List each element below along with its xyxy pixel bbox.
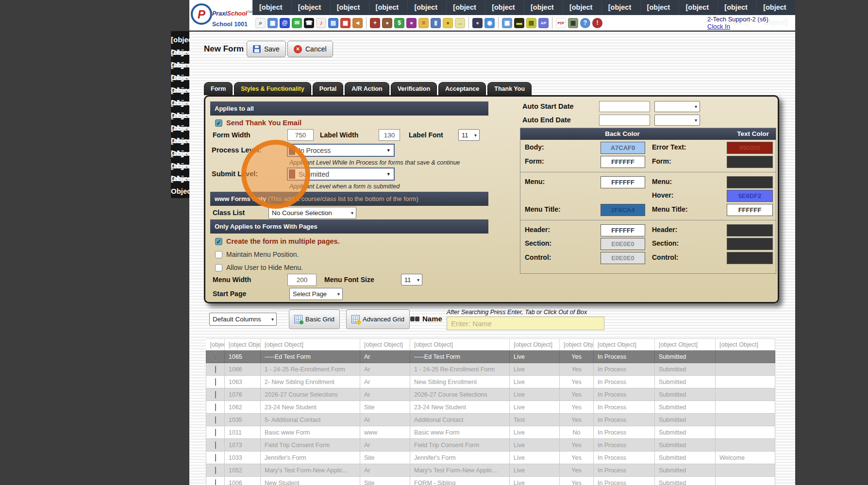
- register-icon[interactable]: ▦: [568, 18, 578, 28]
- text-color-input[interactable]: [727, 156, 773, 168]
- menu-item[interactable]: [object Object]: [756, 0, 795, 15]
- text-color-input[interactable]: [727, 176, 773, 188]
- table-row[interactable]: 1076 2026-27 Course Selections Ar 2026-2…: [206, 388, 775, 401]
- menu-width-input[interactable]: 200: [287, 274, 317, 286]
- lunch-icon[interactable]: ≡: [418, 18, 429, 28]
- table-row[interactable]: 1006 New Student Site FORM - Sibling Liv…: [206, 477, 775, 485]
- grid-column-header[interactable]: [object Object]: [261, 339, 360, 351]
- multiple-pages-checkbox[interactable]: [215, 238, 222, 245]
- tab[interactable]: Acceptance: [438, 82, 486, 95]
- text-color-input[interactable]: 5E6DF2: [727, 190, 773, 202]
- grid-column-header[interactable]: [object Object]: [716, 339, 775, 351]
- calendar-icon[interactable]: ▦: [267, 18, 278, 28]
- notebook-icon[interactable]: ▮: [431, 18, 441, 28]
- text-color-input[interactable]: 990000: [727, 142, 773, 154]
- name-search-input[interactable]: Enter: Name: [447, 317, 604, 330]
- back-color-input[interactable]: 2F6CA4: [601, 204, 645, 216]
- pdf-icon[interactable]: PDF: [556, 18, 566, 28]
- clock-icon[interactable]: ◉: [484, 18, 495, 28]
- clock-in-link[interactable]: Clock In: [707, 23, 730, 30]
- table-row[interactable]: 1011 Basic www Form www Basic www Form L…: [206, 426, 775, 439]
- tag-checkbox[interactable]: [215, 378, 216, 386]
- tag-checkbox[interactable]: [215, 441, 216, 449]
- cancel-button[interactable]: × Cancel: [287, 41, 333, 57]
- menu-item[interactable]: [object Object]: [446, 0, 485, 15]
- save-button[interactable]: Save: [247, 41, 286, 57]
- send-thank-you-checkbox[interactable]: [215, 119, 222, 127]
- auto-start-date-select[interactable]: ▾: [654, 101, 700, 112]
- table-row[interactable]: 1066 1 - 24-25 Re-Enrollment Form Ar 1 -…: [206, 363, 775, 376]
- tab[interactable]: Verification: [391, 82, 437, 95]
- person-icon[interactable]: ●: [382, 18, 392, 28]
- phone-icon[interactable]: ☎: [304, 18, 314, 28]
- tag-checkbox[interactable]: [215, 429, 216, 436]
- people-icon[interactable]: ●: [406, 18, 417, 28]
- table-row[interactable]: 1062 23-24 New Student Site 23-24 New St…: [206, 401, 775, 414]
- basic-grid-button[interactable]: Basic Grid: [289, 309, 340, 329]
- tag-checkbox[interactable]: [215, 479, 216, 485]
- back-color-input[interactable]: FFFFFF: [601, 224, 645, 236]
- tab[interactable]: Thank You: [487, 82, 532, 95]
- grid-column-header[interactable]: [object Object]: [225, 339, 261, 351]
- table-row[interactable]: 1065 -----Ed Test Form Ar -----Ed Test F…: [206, 351, 775, 363]
- tag-checkbox[interactable]: [215, 353, 216, 361]
- text-color-input[interactable]: [727, 252, 773, 264]
- allow-hide-menu-checkbox[interactable]: [215, 264, 222, 271]
- grid-column-header[interactable]: [object Object]: [594, 339, 655, 351]
- back-color-input[interactable]: FFFFFF: [601, 156, 645, 168]
- print-icon[interactable]: ▤: [526, 18, 536, 28]
- tag-checkbox[interactable]: [215, 454, 216, 462]
- form-width-input[interactable]: 750: [287, 129, 314, 141]
- tab[interactable]: A/R Action: [345, 82, 389, 95]
- default-columns-select[interactable]: Default Columns▾: [209, 313, 277, 326]
- logo[interactable]: P PraxiSchoolTM School 1001: [189, 0, 252, 31]
- forward-note-icon[interactable]: →: [455, 18, 465, 28]
- tab[interactable]: Form: [204, 82, 233, 95]
- table-row[interactable]: 1073 Field Trip Consent Form Ar Field Tr…: [206, 439, 775, 452]
- ap-icon[interactable]: A/P: [538, 18, 549, 28]
- announcement-icon[interactable]: ◄: [352, 18, 363, 28]
- tab[interactable]: Styles & Functionality: [234, 82, 311, 95]
- label-font-select[interactable]: 11▾: [458, 129, 480, 141]
- staff-icon[interactable]: ●: [472, 18, 483, 28]
- label-width-input[interactable]: 130: [379, 129, 400, 141]
- add-person-icon[interactable]: +: [370, 18, 380, 28]
- grid-column-header[interactable]: [object Object]: [410, 339, 510, 351]
- menu-item[interactable]: [object Object]: [679, 0, 718, 15]
- table-row[interactable]: 1063 2- New Sibling Enrollment Ar New Si…: [206, 376, 775, 388]
- grid-column-header[interactable]: [object Object]: [510, 339, 560, 351]
- tag-checkbox[interactable]: [215, 403, 216, 411]
- menu-item[interactable]: [object Object]: [485, 0, 524, 15]
- email-icon[interactable]: @: [280, 18, 290, 28]
- advanced-grid-button[interactable]: Advanced Grid: [346, 309, 410, 329]
- grid-icon[interactable]: ▦: [502, 18, 512, 28]
- grid-column-header[interactable]: [object Object]: [206, 339, 225, 351]
- auto-end-date-select[interactable]: ▾: [654, 115, 700, 126]
- text-color-input[interactable]: [727, 238, 773, 250]
- calendar-red-icon[interactable]: ▦: [340, 18, 351, 28]
- menu-item[interactable]: [object Object]: [369, 0, 408, 15]
- money-icon[interactable]: $: [394, 18, 404, 28]
- start-page-select[interactable]: Select Page▾: [289, 288, 343, 300]
- grid-column-header[interactable]: [object Object]: [560, 339, 594, 351]
- grid-column-header[interactable]: [object Object]: [655, 339, 716, 351]
- menu-item[interactable]: [object Object]: [330, 0, 369, 15]
- audio-icon[interactable]: ♪: [316, 18, 326, 28]
- text-color-input[interactable]: [727, 224, 773, 236]
- maintain-menu-checkbox[interactable]: [215, 251, 222, 258]
- menu-item[interactable]: [object Object]: [524, 0, 563, 15]
- menu-item[interactable]: [object Object]: [601, 0, 640, 15]
- tag-checkbox[interactable]: [215, 416, 216, 424]
- auto-start-date-input[interactable]: [599, 101, 650, 112]
- class-list-select[interactable]: No Course Selection▾: [268, 207, 356, 219]
- text-color-input[interactable]: FFFFFF: [727, 204, 773, 216]
- back-color-input[interactable]: A7CAF0: [601, 142, 645, 154]
- bell-icon[interactable]: ●: [443, 18, 453, 28]
- back-color-input[interactable]: E0E0E0: [601, 238, 645, 250]
- auto-end-date-input[interactable]: [599, 115, 650, 126]
- grid-column-header[interactable]: [object Object]: [360, 339, 410, 351]
- menu-item[interactable]: [object Object]: [640, 0, 679, 15]
- menu-font-size-select[interactable]: 11▾: [401, 274, 422, 285]
- back-color-input[interactable]: FFFFFF: [601, 176, 645, 188]
- schedule-icon[interactable]: ▤: [328, 18, 338, 28]
